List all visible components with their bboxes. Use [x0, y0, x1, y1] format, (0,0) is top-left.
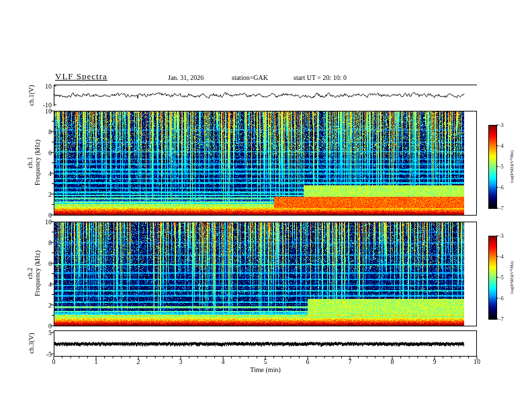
date-label: Jan. 31, 2026 — [168, 74, 204, 81]
time-axis-label: Time (min) — [250, 366, 280, 373]
ch1-voltage-axis-label: ch.1(V) — [28, 85, 35, 106]
colorbar1-tick-label: -5 — [499, 164, 504, 170]
ch1-voltage-axis-text: ch.1(V) — [28, 85, 35, 106]
ch2-spec-axis-label: ch.2 Frequency (kHz) — [26, 250, 41, 296]
x-tick-label: 8 — [391, 358, 394, 365]
x-tick-label: 0 — [52, 358, 56, 365]
ch1-freq-tick-label: 6 — [48, 149, 52, 156]
ch3-wave-ymax-tick: 5 — [48, 329, 52, 336]
ch1-channel-label: ch.1 — [26, 140, 34, 185]
station-label: station=GAK — [232, 74, 268, 81]
x-tick-label: 3 — [179, 358, 183, 365]
ch1-freq-tick-label: 10 — [45, 107, 52, 115]
colorbar1-label: log(PSD)(V²/Hz) — [509, 150, 515, 183]
colorbar1-tick-label: -6 — [499, 185, 504, 191]
ch1-freq-tick-label: 8 — [48, 128, 52, 136]
colorbar2-tick-label: -6 — [499, 295, 504, 302]
colorbar1-tick-label: -7 — [499, 205, 504, 212]
x-tick-label: 7 — [349, 358, 352, 365]
vlf-spectra-plot: VLF Spectra Jan. 31, 2026 station=GAK st… — [0, 0, 532, 411]
ch2-frequency-axis-label: Frequency (kHz) — [34, 250, 41, 296]
colorbar2-tick-label: -4 — [499, 254, 504, 260]
ch3-voltage-axis-text: ch.3(V) — [28, 333, 35, 354]
ch2-freq-tick-label: 2 — [48, 302, 52, 309]
ch2-channel-label: ch.2 — [26, 250, 34, 296]
ch1-wave-ymax-tick: 10 — [45, 83, 52, 90]
x-tick-label: 1 — [95, 358, 98, 365]
x-tick-label: 6 — [306, 358, 310, 365]
ch2-freq-tick-label: 6 — [48, 260, 52, 267]
x-tick-label: 5 — [264, 358, 267, 365]
ch3-wave-ymin-tick: -5 — [46, 351, 52, 358]
start-ut-label: start UT = 20: 10: 0 — [294, 74, 347, 81]
colorbar2-tick-label: -3 — [499, 233, 504, 239]
ch2-freq-tick-label: 4 — [48, 281, 52, 288]
ch1-freq-tick-label: 4 — [48, 170, 52, 177]
colorbar1-tick-label: -4 — [499, 143, 504, 149]
ch2-freq-tick-label: 10 — [45, 218, 52, 226]
colorbar1-tick-label: -3 — [499, 122, 504, 128]
plot-canvas — [0, 0, 532, 411]
colorbar2-tick-label: -7 — [499, 316, 504, 322]
ch1-freq-tick-label: 2 — [48, 191, 52, 198]
x-tick-label: 10 — [474, 358, 480, 365]
ch2-freq-tick-label: 8 — [48, 239, 52, 246]
ch1-spec-axis-label: ch.1 Frequency (kHz) — [26, 140, 41, 185]
x-tick-label: 2 — [137, 358, 140, 365]
x-tick-label: 4 — [222, 358, 225, 365]
colorbar2-label: log(PSD)(V²/Hz) — [509, 261, 515, 293]
chart-title: VLF Spectra — [55, 71, 107, 82]
colorbar2-tick-label: -5 — [499, 275, 504, 281]
x-tick-label: 9 — [433, 358, 437, 365]
ch1-frequency-axis-label: Frequency (kHz) — [34, 140, 41, 185]
ch3-voltage-axis-label: ch.3(V) — [28, 333, 35, 354]
